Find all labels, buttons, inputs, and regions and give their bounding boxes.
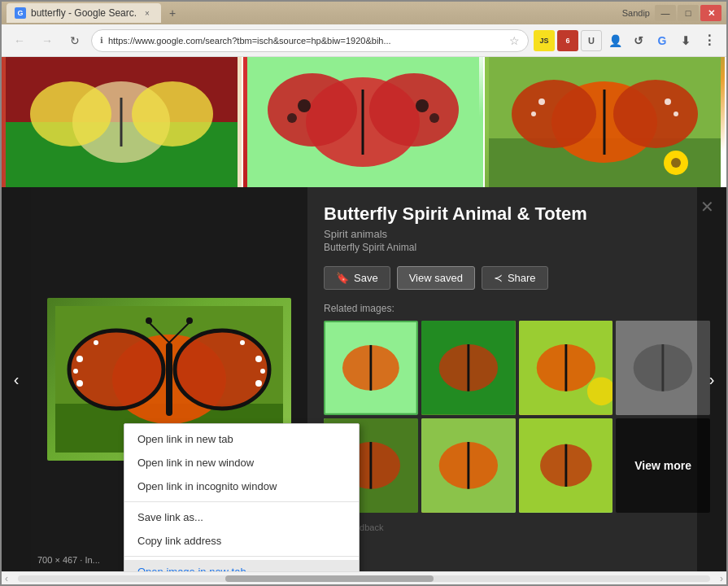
svg-point-37 [255, 356, 262, 362]
view-more-tile[interactable]: View more [616, 418, 710, 513]
save-icon: 🔖 [336, 272, 349, 284]
svg-point-39 [255, 380, 262, 387]
tab-label: butterfly - Google Searc... [31, 7, 137, 19]
svg-point-10 [298, 99, 311, 112]
bookmark-icon[interactable]: ☆ [509, 34, 520, 47]
send-feedback[interactable]: Send feedback [324, 523, 710, 532]
thumbnail-1[interactable] [324, 321, 418, 415]
svg-point-21 [538, 98, 545, 105]
svg-point-23 [531, 112, 536, 116]
ctx-open-image-new-tab[interactable]: Open image in new tab [124, 560, 359, 571]
ctx-divider-2 [124, 556, 359, 557]
titlebar-left: G butterfly - Google Searc... × + [7, 3, 181, 23]
svg-point-24 [674, 112, 678, 116]
thumbnail-4[interactable] [616, 321, 710, 415]
browser-tab[interactable]: G butterfly - Google Searc... × [7, 3, 161, 23]
menu-icon[interactable]: ⋮ [699, 30, 720, 51]
ctx-save-link-label: Save link as... [137, 511, 203, 523]
new-tab-button[interactable]: + [164, 5, 181, 21]
toolbar-icons: JS 6 U 👤 ↺ G ⬇ ⋮ [534, 30, 720, 51]
ctx-open-link-new-tab[interactable]: Open link in new tab [124, 427, 359, 451]
close-button[interactable]: ✕ [700, 5, 721, 21]
svg-point-18 [512, 80, 596, 148]
url-security-icon: ℹ [100, 36, 103, 45]
scrollbar-thumb[interactable] [225, 575, 433, 582]
svg-point-4 [132, 81, 213, 146]
browser-window: G butterfly - Google Searc... × + Sandip… [0, 0, 728, 586]
strip-image-3[interactable] [485, 57, 726, 187]
image-title: Butterfly Spirit Animal & Totem [324, 203, 710, 225]
prev-arrow[interactable]: ‹ [2, 187, 31, 571]
save-label: Save [354, 272, 378, 284]
u-icon[interactable]: U [581, 30, 602, 51]
svg-point-11 [416, 99, 429, 112]
thumbnail-6[interactable] [421, 418, 516, 513]
svg-point-26 [671, 158, 681, 168]
svg-point-9 [369, 73, 459, 146]
svg-point-40 [94, 340, 98, 345]
scroll-right-button[interactable]: › [717, 573, 726, 584]
thumbnail-2[interactable] [421, 321, 516, 415]
dark-panel: ‹ [2, 187, 726, 571]
save-button[interactable]: 🔖 Save [324, 266, 390, 290]
download-icon[interactable]: ⬇ [675, 30, 696, 51]
svg-point-45 [146, 317, 152, 324]
share-button[interactable]: ≺ Share [482, 266, 548, 290]
tab-close-button[interactable]: × [142, 7, 153, 19]
ctx-divider-1 [124, 501, 359, 502]
maximize-button[interactable]: □ [678, 5, 699, 21]
minimize-button[interactable]: — [655, 5, 676, 21]
back-button[interactable]: ← [8, 29, 31, 52]
info-panel: ✕ Butterfly Spirit Animal & Totem Spirit… [307, 187, 726, 571]
ctx-copy-link-label: Copy link address [137, 535, 221, 547]
g-icon[interactable]: G [652, 30, 673, 51]
svg-point-36 [76, 380, 83, 387]
url-text: https://www.google.com/search?tbm=isch&s… [108, 36, 504, 46]
context-menu: Open link in new tab Open link in new wi… [124, 423, 360, 571]
titlebar-controls: Sandip — □ ✕ [622, 5, 721, 21]
thumbnail-3[interactable] [519, 321, 613, 415]
svg-point-35 [73, 369, 78, 374]
related-label: Related images: [324, 303, 710, 314]
svg-point-46 [186, 317, 193, 324]
ctx-open-link-new-tab-label: Open link in new tab [137, 433, 233, 445]
action-buttons: 🔖 Save View saved ≺ Share [324, 266, 710, 290]
tab-favicon: G [15, 7, 26, 19]
image-info: 700 × 467 · In... [37, 555, 100, 565]
scroll-left-button[interactable]: ‹ [2, 573, 11, 584]
titlebar: G butterfly - Google Searc... × + Sandip… [2, 2, 726, 24]
ctx-open-link-new-window[interactable]: Open link in new window [124, 451, 359, 474]
view-saved-label: View saved [409, 272, 463, 284]
share-label: Share [508, 272, 536, 284]
bottom-bar: ‹ › [2, 571, 726, 584]
strip-image-1[interactable] [2, 57, 243, 187]
strip-image-2[interactable] [243, 57, 485, 187]
reload-button[interactable]: ↻ [63, 29, 86, 52]
view-saved-button[interactable]: View saved [397, 266, 475, 290]
ctx-open-link-new-window-label: Open link in new window [137, 457, 254, 469]
thumbnail-7[interactable] [519, 418, 613, 513]
url-bar[interactable]: ℹ https://www.google.com/search?tbm=isch… [91, 29, 529, 52]
image-strip [2, 57, 726, 187]
ctx-open-image-new-tab-label: Open image in new tab [137, 566, 246, 571]
ctx-open-link-incognito[interactable]: Open link in incognito window [124, 474, 359, 498]
ctx-save-link[interactable]: Save link as... [124, 505, 359, 529]
svg-point-8 [268, 73, 357, 146]
prev-arrow-icon: ‹ [14, 370, 20, 389]
svg-point-13 [429, 113, 439, 123]
browser-content: ‹ [2, 57, 726, 584]
ext-icon[interactable]: 6 [557, 30, 578, 51]
next-arrow[interactable]: › [697, 187, 726, 571]
ctx-copy-link[interactable]: Copy link address [124, 529, 359, 553]
js-icon[interactable]: JS [534, 30, 555, 51]
forward-button[interactable]: → [36, 29, 59, 52]
svg-point-3 [30, 81, 111, 146]
view-more-label: View more [634, 459, 691, 472]
user-name: Sandip [622, 8, 650, 18]
svg-rect-42 [166, 343, 172, 416]
person-icon[interactable]: 👤 [604, 30, 626, 51]
addressbar: ← → ↻ ℹ https://www.google.com/search?tb… [2, 24, 726, 57]
svg-point-19 [613, 80, 698, 148]
refresh-icon[interactable]: ↺ [628, 30, 649, 51]
image-source: Butterfly Spirit Animal [324, 242, 710, 253]
